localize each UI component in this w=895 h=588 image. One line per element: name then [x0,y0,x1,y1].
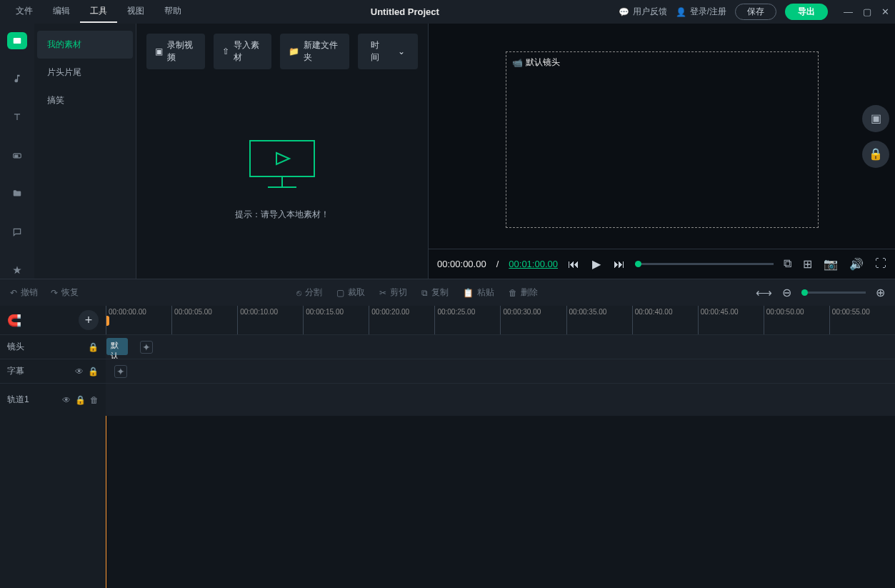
track-head-shot: 镜头 🔒 [0,334,106,359]
empty-hint-text: 提示：请导入本地素材！ [235,209,329,221]
undo-button[interactable]: ↶撤销 [10,286,38,299]
login-label: 登录/注册 [690,6,726,18]
split-button[interactable]: ⎋分割 [296,286,322,299]
add-marker-subtitle[interactable]: ✦ [114,365,127,378]
export-button[interactable]: 导出 [785,4,828,20]
redo-button[interactable]: ↷恢复 [51,286,79,299]
import-button[interactable]: ⇧ 导入素材 [214,34,271,69]
menu-tools[interactable]: 工具 [80,1,117,23]
copy-button[interactable]: ⧉复制 [421,286,449,299]
playback-bar: 00:00:00.00 / 00:01:00.00 ⏮ ▶ ⏭ ⧉ ⊞ 📷 🔊 … [429,249,895,279]
zoom-handle[interactable] [801,289,808,296]
comment-tab-icon[interactable] [7,224,27,241]
sort-dropdown[interactable]: 时间 ⌄ [358,34,418,69]
eye2-icon[interactable]: 👁 [62,395,71,405]
track-headers: 🧲 + 镜头 🔒 字幕 👁🔒 轨道1 👁🔒🗑 [0,306,106,588]
ruler-header: 🧲 + [0,306,106,334]
zoom-slider[interactable] [801,291,866,294]
category-my-media[interactable]: 我的素材 [37,31,133,59]
tick-5: 00:00:25.00 [434,306,500,334]
menu-help[interactable]: 帮助 [154,1,191,23]
chevron-down-icon: ⌄ [398,46,405,56]
play-button[interactable]: ▶ [592,257,601,271]
delete-label: 删除 [521,286,538,299]
screenshot-icon[interactable]: ⧉ [784,257,791,271]
new-folder-label: 新建文件夹 [304,39,340,64]
zoom-in-button[interactable]: ⊕ [876,286,885,299]
close-button[interactable]: ✕ [881,6,889,17]
menu-edit[interactable]: 编辑 [43,1,80,23]
media-tab-icon[interactable] [7,32,27,49]
fullscreen-icon[interactable]: ⛶ [875,257,886,271]
effects-tab-icon[interactable] [7,261,27,279]
upload-icon: ⇧ [222,46,229,56]
category-intro-outro[interactable]: 片头片尾 [34,59,136,86]
save-button[interactable]: 保存 [735,4,776,20]
track-row-shot[interactable]: 默认 ✦ [106,334,895,359]
menu-file[interactable]: 文件 [6,1,43,23]
caption-tab-icon[interactable]: cc [7,147,27,164]
tick-3: 00:00:15.00 [303,306,369,334]
timeline: 🧲 + 镜头 🔒 字幕 👁🔒 轨道1 👁🔒🗑 00:00:00.00 00:00… [0,306,895,588]
menu-view[interactable]: 视图 [117,1,154,23]
total-time[interactable]: 00:01:00.00 [509,259,558,269]
progress-handle[interactable] [635,261,641,267]
track-head-track1: 轨道1 👁🔒🗑 [0,383,106,416]
menu-bar: 文件 编辑 工具 视图 帮助 [6,1,191,23]
track-area[interactable]: 00:00:00.00 00:00:05.00 00:00:10.00 00:0… [106,306,895,588]
add-marker-shot[interactable]: ✦ [140,341,153,354]
lock3-icon[interactable]: 🔒 [75,395,86,405]
crop-tool-button[interactable]: ▣ [862,105,889,132]
clip-default[interactable]: 默认 [106,338,128,355]
next-frame-button[interactable]: ⏭ [614,258,625,271]
magnet-icon[interactable]: 🧲 [7,314,21,327]
canvas-frame[interactable]: 📹 默认镜头 [506,51,819,228]
lock-track-icon[interactable]: 🔒 [88,342,99,352]
lock-track2-icon[interactable]: 🔒 [88,367,99,377]
paste-button[interactable]: 📋粘贴 [463,286,494,299]
category-funny[interactable]: 搞笑 [34,86,136,114]
new-folder-button[interactable]: 📁 新建文件夹 [280,34,349,69]
undo-label: 撤销 [21,286,38,299]
add-track-button[interactable]: + [79,310,99,330]
zoom-out-button[interactable]: ⊖ [782,286,791,299]
track-subtitle-label: 字幕 [7,365,24,377]
trash2-icon[interactable]: 🗑 [90,395,99,405]
grid-icon[interactable]: ⊞ [803,257,812,271]
main-area: cc 我的素材 片头片尾 搞笑 ▣ 录制视频 ⇧ 导入素材 📁 新建文件夹 时间 [0,24,895,279]
crop-button[interactable]: ▢裁取 [336,286,365,299]
redo-icon: ↷ [51,288,58,298]
tick-9: 00:00:45.00 [698,306,764,334]
volume-icon[interactable]: 🔊 [849,257,864,271]
folder-tab-icon[interactable] [7,185,27,202]
snapshot-icon[interactable]: 📷 [824,257,838,271]
delete-button[interactable]: 🗑删除 [509,286,538,299]
track-row-track1[interactable] [106,383,895,416]
track-row-subtitle[interactable]: ✦ [106,359,895,383]
monitor-play-icon [246,137,318,194]
eye-icon[interactable]: 👁 [75,367,84,377]
trash-icon: 🗑 [509,288,517,298]
camera-icon: ▣ [155,46,163,56]
sort-label: 时间 [371,39,384,64]
preview-right-icons: ⧉ ⊞ 📷 🔊 ⛶ [784,257,886,271]
current-time: 00:00:00.00 [437,259,486,269]
prev-frame-button[interactable]: ⏮ [568,258,579,271]
fit-width-icon[interactable]: ⟷ [756,286,772,299]
preview-canvas[interactable]: 📹 默认镜头 ▣ 🔒 [429,24,895,249]
time-ruler[interactable]: 00:00:00.00 00:00:05.00 00:00:10.00 00:0… [106,306,895,334]
cut-button[interactable]: ✂剪切 [379,286,407,299]
folder-plus-icon: 📁 [289,46,299,56]
user-icon: 👤 [676,7,686,17]
login-button[interactable]: 👤 登录/注册 [676,6,726,18]
record-button[interactable]: ▣ 录制视频 [146,34,205,69]
audio-tab-icon[interactable] [7,71,27,88]
maximize-button[interactable]: ▢ [863,6,871,17]
paste-label: 粘贴 [477,286,494,299]
feedback-button[interactable]: 💬 用户反馈 [619,6,667,18]
progress-slider[interactable] [635,263,774,265]
preview-side-tools: ▣ 🔒 [862,105,889,168]
lock-tool-button[interactable]: 🔒 [862,141,889,168]
minimize-button[interactable]: — [844,6,853,17]
text-tab-icon[interactable] [7,109,27,126]
